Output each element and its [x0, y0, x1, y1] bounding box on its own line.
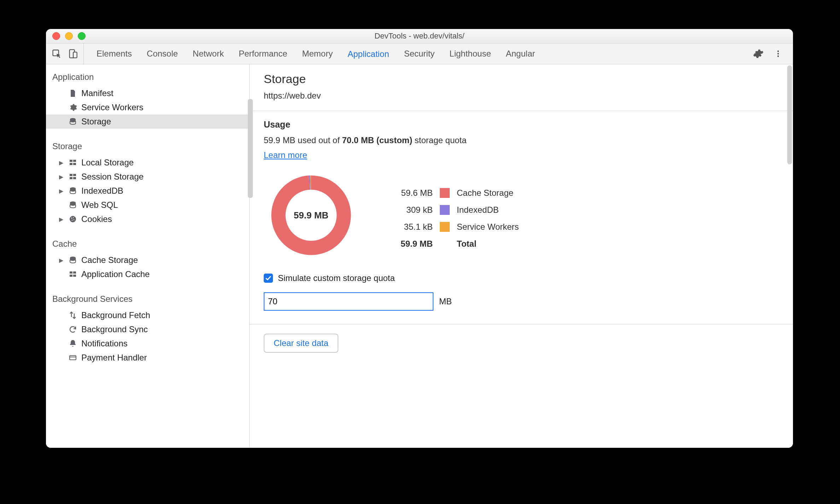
clear-site-data-button[interactable]: Clear site data: [264, 334, 338, 353]
tab-memory[interactable]: Memory: [302, 43, 333, 64]
cookie-icon: [68, 214, 78, 224]
minimize-window-button[interactable]: [65, 32, 73, 40]
main-scrollbar[interactable]: [787, 65, 792, 164]
sidebar-item-local-storage[interactable]: ▶Local Storage: [46, 156, 249, 170]
svg-point-18: [71, 218, 72, 219]
svg-point-4: [777, 53, 779, 54]
legend-size: 309 kB: [387, 205, 433, 215]
sidebar-item-label: Manifest: [81, 88, 113, 98]
learn-more-link[interactable]: Learn more: [264, 150, 307, 160]
simulate-quota-checkbox[interactable]: [264, 274, 273, 283]
expander-icon[interactable]: ▶: [58, 257, 64, 264]
legend-swatch: [440, 205, 450, 215]
sidebar-section-title: Cache: [46, 231, 249, 253]
legend-row: 35.1 kBService Workers: [387, 218, 519, 235]
sidebar-item-manifest[interactable]: Manifest: [46, 86, 249, 100]
card-icon: [68, 353, 78, 363]
quota-input[interactable]: [264, 292, 433, 311]
legend-size: 35.1 kB: [387, 222, 433, 232]
tab-console[interactable]: Console: [147, 43, 178, 64]
svg-point-3: [777, 51, 779, 52]
legend-total-size: 59.9 MB: [387, 239, 433, 249]
arrows-icon: [68, 310, 78, 320]
usage-donut-chart: 59.9 MB: [264, 168, 358, 263]
tab-security[interactable]: Security: [404, 43, 435, 64]
grid-icon: [68, 172, 78, 182]
sidebar-item-background-sync[interactable]: Background Sync: [46, 322, 249, 336]
usage-heading: Usage: [264, 119, 779, 130]
legend-label: Cache Storage: [457, 188, 513, 198]
grid-icon: [68, 269, 78, 279]
sidebar-item-service-workers[interactable]: Service Workers: [46, 100, 249, 115]
svg-point-17: [70, 216, 76, 222]
sidebar-item-cache-storage[interactable]: ▶Cache Storage: [46, 253, 249, 267]
svg-rect-27: [70, 356, 76, 360]
legend-total: 59.9 MBTotal: [387, 235, 519, 252]
close-window-button[interactable]: [52, 32, 60, 40]
device-toolbar-icon[interactable]: [67, 48, 78, 59]
sync-icon: [68, 324, 78, 334]
legend-swatch: [440, 188, 450, 198]
expander-icon[interactable]: ▶: [58, 159, 64, 166]
sidebar-item-label: Cookies: [81, 214, 112, 224]
tab-application[interactable]: Application: [348, 42, 389, 66]
sidebar-item-label: Cache Storage: [81, 255, 138, 265]
inspect-element-icon[interactable]: [51, 48, 62, 59]
sidebar-item-storage[interactable]: Storage: [46, 115, 249, 129]
svg-rect-2: [73, 52, 77, 58]
svg-rect-14: [73, 177, 76, 179]
legend-label: Service Workers: [457, 222, 519, 232]
sidebar-item-application-cache[interactable]: Application Cache: [46, 267, 249, 281]
expander-icon[interactable]: ▶: [58, 188, 64, 194]
usage-summary: 59.9 MB used out of 70.0 MB (custom) sto…: [264, 135, 779, 145]
settings-gear-icon[interactable]: [753, 48, 764, 59]
sidebar-item-label: Session Storage: [81, 172, 144, 182]
tab-performance[interactable]: Performance: [239, 43, 287, 64]
bell-icon: [68, 339, 78, 348]
sidebar-item-label: Storage: [81, 117, 111, 127]
svg-rect-8: [73, 160, 76, 162]
panel-heading: Storage: [264, 72, 779, 86]
quota-unit: MB: [439, 297, 452, 306]
svg-rect-25: [70, 275, 72, 277]
svg-rect-23: [70, 271, 72, 274]
tab-elements[interactable]: Elements: [97, 43, 132, 64]
sidebar-item-label: Local Storage: [81, 158, 134, 168]
svg-point-20: [72, 220, 73, 221]
legend-row: 309 kBIndexedDB: [387, 201, 519, 218]
svg-rect-7: [70, 160, 72, 162]
file-icon: [68, 88, 78, 98]
sidebar-item-cookies[interactable]: ▶Cookies: [46, 212, 249, 226]
devtools-tabbar: ElementsConsoleNetworkPerformanceMemoryA…: [46, 43, 793, 64]
expander-icon[interactable]: ▶: [58, 174, 64, 180]
sidebar-item-label: Background Sync: [81, 324, 148, 334]
sidebar-item-payment-handler[interactable]: Payment Handler: [46, 351, 249, 365]
svg-rect-24: [73, 271, 76, 274]
maximize-window-button[interactable]: [78, 32, 86, 40]
legend-swatch: [440, 222, 450, 232]
db-icon: [68, 200, 78, 210]
usage-quota: 70.0 MB (custom): [342, 135, 412, 145]
db-icon: [68, 186, 78, 196]
db-icon: [68, 255, 78, 265]
sidebar-scrollbar[interactable]: [248, 99, 253, 198]
more-vert-icon[interactable]: [772, 48, 784, 59]
tab-angular[interactable]: Angular: [506, 43, 535, 64]
sidebar-item-indexeddb[interactable]: ▶IndexedDB: [46, 184, 249, 198]
window-titlebar: DevTools - web.dev/vitals/: [46, 29, 793, 43]
sidebar-item-label: Payment Handler: [81, 353, 147, 363]
sidebar-item-background-fetch[interactable]: Background Fetch: [46, 308, 249, 322]
sidebar-item-web-sql[interactable]: Web SQL: [46, 198, 249, 212]
sidebar-item-session-storage[interactable]: ▶Session Storage: [46, 170, 249, 184]
usage-legend: 59.6 MBCache Storage309 kBIndexedDB35.1 …: [387, 178, 519, 252]
expander-icon[interactable]: ▶: [58, 216, 64, 223]
sidebar-item-label: IndexedDB: [81, 186, 123, 196]
db-icon: [68, 117, 78, 127]
tab-network[interactable]: Network: [193, 43, 224, 64]
svg-rect-26: [73, 275, 76, 277]
tab-lighthouse[interactable]: Lighthouse: [449, 43, 491, 64]
devtools-window: DevTools - web.dev/vitals/ Eleme: [46, 29, 793, 448]
sidebar-item-notifications[interactable]: Notifications: [46, 336, 249, 351]
application-sidebar: ApplicationManifestService WorkersStorag…: [46, 64, 250, 448]
usage-used: 59.9 MB: [264, 135, 295, 145]
